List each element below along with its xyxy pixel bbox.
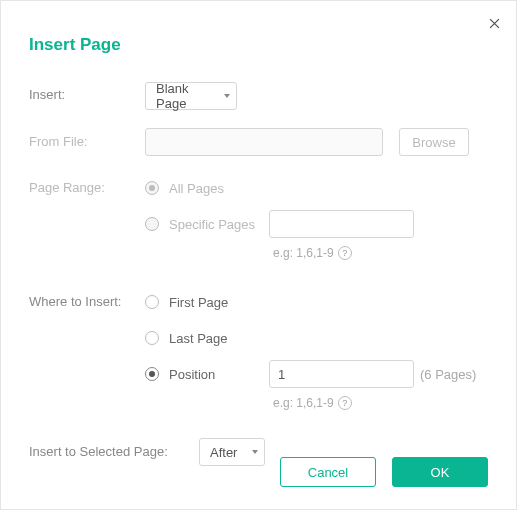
dialog-title: Insert Page: [29, 35, 488, 55]
insert-select[interactable]: Blank Page: [145, 82, 237, 110]
close-icon[interactable]: [486, 15, 502, 31]
radio-position-label: Position: [169, 367, 269, 382]
help-icon[interactable]: ?: [338, 396, 352, 410]
from-file-input: [145, 128, 383, 156]
radio-last-page-label: Last Page: [169, 331, 228, 346]
page-range-label: Page Range:: [29, 174, 145, 195]
insert-page-dialog: Insert Page Insert: Blank Page From File…: [0, 0, 517, 510]
dialog-footer: Cancel OK: [280, 457, 488, 487]
insert-select-value: Blank Page: [156, 81, 214, 111]
cancel-button[interactable]: Cancel: [280, 457, 376, 487]
position-hint: e.g: 1,6,1-9: [273, 396, 334, 410]
from-file-label: From File:: [29, 128, 145, 149]
radio-specific-pages: [145, 217, 159, 231]
insert-to-selected-value: After: [210, 445, 237, 460]
radio-specific-pages-label: Specific Pages: [169, 217, 269, 232]
pages-note: (6 Pages): [420, 367, 476, 382]
chevron-down-icon: [252, 450, 258, 454]
radio-first-page[interactable]: [145, 295, 159, 309]
radio-all-pages-label: All Pages: [169, 181, 224, 196]
where-to-insert-label: Where to Insert:: [29, 288, 145, 309]
page-range-hint: e.g: 1,6,1-9: [273, 246, 334, 260]
radio-all-pages: [145, 181, 159, 195]
help-icon[interactable]: ?: [338, 246, 352, 260]
insert-to-selected-select[interactable]: After: [199, 438, 265, 466]
position-input[interactable]: [269, 360, 414, 388]
radio-last-page[interactable]: [145, 331, 159, 345]
chevron-down-icon: [224, 94, 230, 98]
insert-to-selected-label: Insert to Selected Page:: [29, 438, 199, 459]
insert-label: Insert:: [29, 81, 145, 102]
ok-button[interactable]: OK: [392, 457, 488, 487]
browse-button: Browse: [399, 128, 469, 156]
radio-first-page-label: First Page: [169, 295, 228, 310]
specific-pages-input: [269, 210, 414, 238]
radio-position[interactable]: [145, 367, 159, 381]
